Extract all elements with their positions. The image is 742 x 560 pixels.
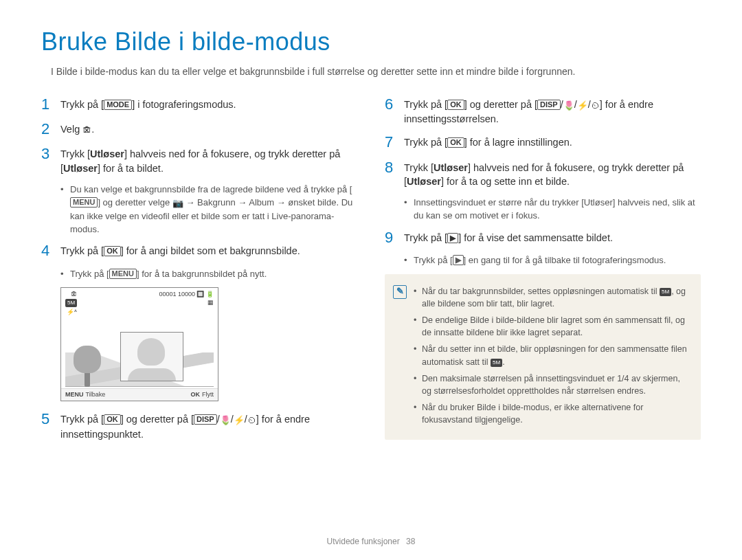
shutter-label: Utløser [584,197,613,208]
ok-icon: OK [447,137,464,148]
disp-icon: DISP [537,100,561,110]
timer-icon: ⏲ [247,414,256,427]
step-6: 6 Trykk på [OK] og deretter på [DISP/🌷/⚡… [385,96,701,126]
step-text: Trykk på [OK] for å lagre innstillingen. [404,134,572,150]
footer-section: Utvidede funksjoner [327,537,400,546]
step-number: 3 [41,146,60,175]
step-7: 7 Trykk på [OK] for å lagre innstillinge… [385,134,701,150]
flash-icon: ⚡ [234,414,245,427]
step-3: 3 Trykk [Utløser] halvveis ned for å fok… [41,146,357,175]
step-1: 1 Trykk på [MODE] i fotograferingsmodus. [41,96,357,113]
inset-portrait [120,332,183,381]
step-number: 4 [41,243,60,259]
note-list: Når du tar bakgrunnsbilder, settes opplø… [414,285,690,430]
frame-counter: 00001 10000 🔲 🔋 [159,291,214,298]
camera-icon: 📷 [172,197,183,210]
note-item: Når du setter inn et bilde, blir oppløsn… [414,343,690,368]
sub-note: Trykk på [▶] en gang til for å gå tilbak… [404,254,701,267]
step-number: 9 [385,229,404,246]
pip-mode-icon: 🏚 [82,124,91,137]
note-icon: ✎ [393,285,407,299]
footer-page-number: 38 [406,537,415,546]
preview-scene [65,318,214,387]
step-9: 9 Trykk på [▶] for å vise det sammensatt… [385,229,701,246]
play-icon: ▶ [447,233,458,243]
step-number: 1 [41,96,60,113]
softkey-back: MENUTilbake [65,391,105,398]
resolution-badge-icon: 5M [491,359,502,367]
step-4-notes: Trykk på [MENU] for å ta bakgrunnsbildet… [60,268,357,281]
shutter-label: Utløser [90,148,124,159]
ok-icon: OK [447,100,464,110]
shutter-label: Utløser [434,162,468,173]
sub-note: Innsettingsvinduet er større når du tryk… [404,197,701,223]
step-number: 6 [385,96,404,126]
step-text: Trykk [Utløser] halvveis ned for å fokus… [404,159,701,189]
disp-icon: DISP [194,414,217,425]
right-column: 6 Trykk på [OK] og deretter på [DISP/🌷/⚡… [385,96,701,449]
preview-status-bar: 🏚 5M ⚡ᴬ 00001 10000 🔲 🔋 ▦ [61,288,218,317]
step-4: 4 Trykk på [OK] for å angi bildet som et… [41,243,357,259]
page-title: Bruke Bilde i bilde-modus [41,27,701,56]
resolution-badge-icon: 5M [660,288,671,296]
mode-icon: MODE [104,100,132,110]
menu-icon: MENU [109,269,137,279]
play-icon: ▶ [453,255,464,265]
step-3-notes: Du kan velge et bakgrunnsbilde fra de la… [60,183,357,236]
step-8: 8 Trykk [Utløser] halvveis ned for å fok… [385,159,701,189]
ok-icon: OK [104,414,121,425]
step-5: 5 Trykk på [OK] og deretter på [DISP/🌷/⚡… [41,411,357,440]
step-number: 5 [41,411,60,440]
macro-icon: 🌷 [563,100,574,112]
step-text: Trykk på [OK] og deretter på [DISP/🌷/⚡/⏲… [404,96,701,126]
note-item: Den maksimale størrelsen på innsettingsv… [414,372,690,397]
step-number: 8 [385,159,404,189]
note-item: Når du tar bakgrunnsbilder, settes opplø… [414,285,690,310]
shutter-label: Utløser [407,176,441,187]
step-8-notes: Innsettingsvinduet er større når du tryk… [404,197,701,223]
info-note-box: ✎ Når du tar bakgrunnsbilder, settes opp… [385,274,701,440]
ok-icon: OK [104,246,121,256]
resolution-icon: 5M [65,299,77,307]
grid-icon: ▦ [159,299,214,306]
shutter-label: Utløser [63,163,98,174]
content-columns: 1 Trykk på [MODE] i fotograferingsmodus.… [41,96,701,449]
flash-auto-icon: ⚡ᴬ [65,309,77,315]
note-item: Når du bruker Bilde i bilde-modus, er ik… [414,401,690,426]
sub-note: Trykk på [MENU] for å ta bakgrunnsbildet… [60,268,357,281]
step-text: Trykk på [OK] og deretter på [DISP/🌷/⚡/⏲… [60,411,357,440]
pip-status-icon: 🏚 [65,291,77,298]
flash-icon: ⚡ [577,100,588,112]
step-number: 7 [385,134,404,150]
step-9-notes: Trykk på [▶] en gang til for å gå tilbak… [404,254,701,267]
step-number: 2 [41,121,60,137]
left-column: 1 Trykk på [MODE] i fotograferingsmodus.… [41,96,357,449]
preview-softkeys: MENUTilbake OKFlytt [61,388,218,401]
tree-graphic [74,346,101,387]
step-text: Trykk på [OK] for å angi bildet som et b… [60,243,300,259]
step-text: Trykk på [▶] for å vise det sammensatte … [404,229,613,246]
step-text: Velg 🏚. [60,121,94,137]
camera-preview: 🏚 5M ⚡ᴬ 00001 10000 🔲 🔋 ▦ MENUTilbake OK… [60,287,218,401]
timer-icon: ⏲ [591,100,600,112]
softkey-move: OKFlytt [191,391,214,398]
step-text: Trykk [Utløser] halvveis ned for å fokus… [60,146,357,175]
note-item: De endelige Bilde i bilde-bildene blir l… [414,314,690,339]
intro-text: I Bilde i bilde-modus kan du ta eller ve… [51,66,701,77]
step-text: Trykk på [MODE] i fotograferingsmodus. [60,96,236,113]
macro-icon: 🌷 [220,414,231,427]
step-2: 2 Velg 🏚. [41,121,357,137]
sub-note: Du kan velge et bakgrunnsbilde fra de la… [60,183,357,236]
page-footer: Utvidede funksjoner 38 [0,537,742,546]
menu-icon: MENU [70,197,98,208]
